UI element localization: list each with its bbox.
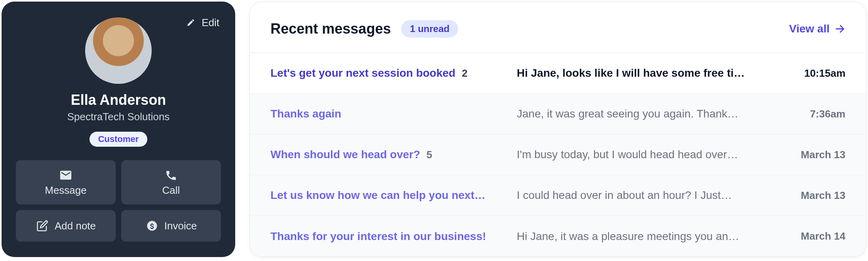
message-subject-wrap: Let's get your next session booked2 xyxy=(270,67,504,79)
messages-title: Recent messages xyxy=(270,21,391,37)
message-subject: Let us know how we can help you next… xyxy=(270,189,485,202)
message-subject: Thanks for your interest in our business… xyxy=(270,230,486,243)
messages-panel: Recent messages 1 unread View all Let's … xyxy=(249,2,866,257)
note-edit-icon xyxy=(36,219,49,233)
pencil-icon xyxy=(184,16,198,29)
message-preview: I'm busy today, but I would head head ov… xyxy=(517,148,754,161)
view-all-button[interactable]: View all xyxy=(789,23,845,35)
add-note-label: Add note xyxy=(55,220,96,232)
profile-company: SpectraTech Solutions xyxy=(67,111,170,123)
message-row[interactable]: Let us know how we can help you next…I c… xyxy=(250,175,866,216)
message-time: 7:36am xyxy=(766,108,845,120)
avatar xyxy=(85,17,152,84)
message-row[interactable]: Thanks againJane, it was great seeing yo… xyxy=(250,94,866,134)
message-list: Let's get your next session booked2Hi Ja… xyxy=(250,53,866,257)
message-label: Message xyxy=(45,184,87,197)
message-subject-wrap: Let us know how we can help you next… xyxy=(270,189,504,202)
message-row[interactable]: Let's get your next session booked2Hi Ja… xyxy=(250,53,866,94)
unread-badge: 1 unread xyxy=(401,20,458,38)
message-row[interactable]: When should we head over?5I'm busy today… xyxy=(250,134,866,175)
message-count: 2 xyxy=(462,67,467,79)
dollar-circle-icon xyxy=(145,219,159,233)
profile-card: Edit Ella Anderson SpectraTech Solutions… xyxy=(2,2,235,257)
arrow-right-icon xyxy=(834,23,845,34)
message-preview: Jane, it was great seeing you again. Tha… xyxy=(517,108,754,120)
messages-header: Recent messages 1 unread View all xyxy=(250,2,866,53)
message-subject-wrap: Thanks again xyxy=(270,108,504,120)
role-badge: Customer xyxy=(89,132,148,147)
call-button[interactable]: Call xyxy=(121,160,221,204)
message-preview: Hi Jane, looks like I will have some fre… xyxy=(517,67,754,79)
message-time: 10:15am xyxy=(766,67,845,79)
message-time: March 14 xyxy=(766,230,845,242)
message-preview: I could head over in about an hour? I Ju… xyxy=(517,189,754,202)
phone-icon xyxy=(164,168,178,182)
message-subject: When should we head over? xyxy=(270,148,420,161)
message-row[interactable]: Thanks for your interest in our business… xyxy=(250,216,866,257)
invoice-button[interactable]: Invoice xyxy=(121,210,221,242)
message-time: March 13 xyxy=(766,189,845,202)
message-subject: Thanks again xyxy=(270,108,341,120)
edit-label: Edit xyxy=(202,17,219,29)
add-note-button[interactable]: Add note xyxy=(16,210,116,242)
message-count: 5 xyxy=(426,149,432,161)
message-button[interactable]: Message xyxy=(16,160,116,204)
message-subject: Let's get your next session booked xyxy=(270,67,455,79)
profile-name: Ella Anderson xyxy=(71,92,166,108)
message-preview: Hi Jane, it was a pleasure meetings you … xyxy=(517,230,754,243)
edit-button[interactable]: Edit xyxy=(184,16,219,29)
view-all-label: View all xyxy=(789,23,830,35)
invoice-label: Invoice xyxy=(164,220,197,232)
message-time: March 13 xyxy=(766,149,845,161)
action-grid: Message Call Add note Invoice xyxy=(16,160,221,242)
message-subject-wrap: Thanks for your interest in our business… xyxy=(270,230,504,243)
message-subject-wrap: When should we head over?5 xyxy=(270,148,504,161)
envelope-icon xyxy=(59,168,72,182)
call-label: Call xyxy=(162,184,180,197)
